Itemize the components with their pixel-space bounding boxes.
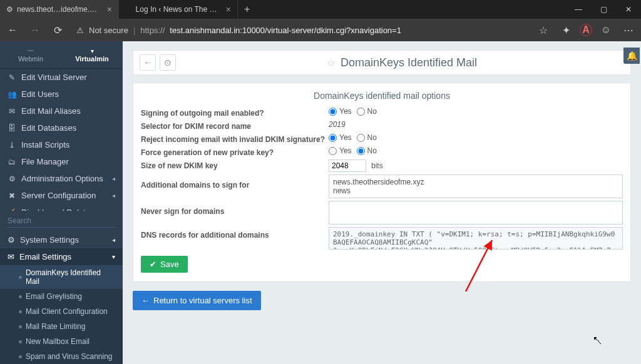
sidebar-subitem[interactable]: Mail Client Configuration [0,304,123,319]
chevron-down-icon: ▾ [112,253,115,260]
radio-no[interactable]: No [357,133,377,142]
label-key-size: Size of new DKIM key [141,159,329,170]
sidebar-subitem-label: Email Greylisting [26,292,82,301]
sidebar-subitem[interactable]: New Mailbox Email [0,334,123,349]
page-title: DomainKeys Identified Mail [341,56,477,69]
label-reject-invalid: Reject incoming email with invalid DKIM … [141,133,329,144]
sidebar-tab-virtualmin[interactable]: ▾ Virtualmin [61,41,123,68]
menu-icon: ✉ [8,107,16,116]
label-never-sign: Never sign for domains [141,201,329,216]
star-icon[interactable]: ☆ [327,57,336,69]
star-icon[interactable]: ☆ [535,21,552,39]
sidebar-subitem[interactable]: Spam and Virus Scanning [0,349,123,364]
menu-icon: ✖ [8,191,16,200]
window-close[interactable]: ✕ [616,0,641,19]
sidebar-search [0,211,123,231]
bullet-icon [19,310,22,313]
cursor-icon: ⭦ [592,334,603,347]
dns-records-box[interactable]: 2019._domainkey IN TXT ( "v=DKIM1; k=rsa… [329,227,623,250]
sidebar-email-settings[interactable]: ✉ Email Settings ▾ [0,248,123,265]
nav-reload[interactable]: ⟳ [49,21,66,39]
sidebar-item[interactable]: 🗄Edit Databases [0,119,123,136]
sidebar-item-label: Edit Mail Aliases [21,106,81,116]
chevron-icon: 〰 [28,48,34,54]
sidebar-item[interactable]: ✎Edit Virtual Server [0,69,123,86]
sidebar-item-label: File Manager [21,157,69,166]
bell-icon[interactable]: 🔔 [623,48,640,64]
close-icon[interactable]: × [107,4,112,14]
gear-icon: ⚙ [8,235,15,245]
label-additional-domains: Additional domains to sign for [141,174,329,190]
window-minimize[interactable]: — [566,0,591,19]
browser-tab[interactable]: ⚙ news.theot…ideofme.xyz - Doma × [0,0,119,19]
sidebar-item[interactable]: 👥Edit Users [0,86,123,103]
sidebar-subitem[interactable]: DomainKeys Identified Mail [0,265,123,289]
return-button[interactable]: ← Return to virtual servers list [133,291,261,310]
label-selector: Selector for DKIM record name [141,120,329,131]
url-scheme: https:// [140,26,165,35]
toolbar-back-button[interactable]: ← [140,54,156,71]
feedback-icon[interactable]: ☺ [597,21,615,39]
profile-icon[interactable]: A [580,24,592,36]
chevron-left-icon: ◂ [112,192,115,199]
chevron-left-icon: ◂ [112,175,115,182]
sidebar-subitem-label: Mail Rate Limiting [26,322,85,331]
address-bar[interactable]: ⚠ Not secure | https://test.anishmandal.… [71,26,530,35]
sidebar-subitem-label: New Mailbox Email [26,337,90,346]
radio-yes[interactable]: Yes [329,107,352,116]
sidebar-item[interactable]: ⚙Administration Options◂ [0,170,123,187]
radio-no[interactable]: No [357,146,377,155]
ext-icon[interactable]: ✦ [557,21,575,39]
chevron-down-icon: ▾ [91,48,94,54]
sidebar-subitem[interactable]: Email Greylisting [0,289,123,304]
sidebar-item[interactable]: 🗂File Manager [0,153,123,170]
key-size-unit: bits [371,161,383,170]
sidebar-item[interactable]: ✉Edit Mail Aliases [0,103,123,119]
menu-icon: 👥 [8,90,16,99]
sidebar-subitem[interactable]: Mail Rate Limiting [0,319,123,334]
never-sign-textarea[interactable] [329,201,623,225]
additional-domains-textarea[interactable]: news.theothersideofme.xyz news [329,174,623,198]
favicon-icon: ⚙ [6,5,13,14]
chevron-left-icon: ◂ [112,209,115,211]
menu-icon: ⚡ [8,208,16,211]
tab-title: Log In ‹ News on The Othet Side [136,5,218,14]
sidebar-subitem-label: DomainKeys Identified Mail [26,268,115,286]
window-maximize[interactable]: ▢ [591,0,616,19]
sidebar-tab-webmin[interactable]: 〰 Webmin [0,41,61,68]
sidebar-item-label: Administration Options [21,174,103,183]
sidebar-system-settings[interactable]: ⚙ System Settings ◂ [0,231,123,248]
browser-tab[interactable]: Log In ‹ News on The Othet Side × [119,0,238,19]
sidebar-item[interactable]: ⤓Install Scripts [0,136,123,153]
key-size-input[interactable] [329,159,366,172]
sidebar: 〰 Webmin ▾ Virtualmin ✎Edit Virtual Serv… [0,41,123,364]
sidebar-item-label: Server Configuration [21,191,96,200]
menu-icon: ⤓ [8,141,16,149]
toolbar-help-button[interactable]: ⊙ [160,54,176,71]
search-input[interactable] [6,215,116,228]
menu-icon: 🗄 [8,124,16,133]
nav-forward[interactable]: → [26,21,44,39]
check-icon: ✔ [150,260,156,269]
sidebar-item-label: Edit Virtual Server [21,73,87,82]
sidebar-item[interactable]: ⚡Disable and Delete◂ [0,204,123,211]
selector-value: 2019 [329,120,346,129]
menu-icon: ✎ [8,73,16,82]
bullet-icon [19,295,22,298]
not-secure-label: Not secure [89,26,128,35]
close-icon[interactable]: × [226,4,231,14]
warning-icon: ⚠ [76,26,84,35]
bullet-icon [19,276,22,279]
nav-back[interactable]: ← [4,21,21,39]
radio-yes[interactable]: Yes [329,133,352,142]
newtab-button[interactable]: + [238,4,256,15]
sidebar-item[interactable]: ✖Server Configuration◂ [0,187,123,204]
more-icon[interactable]: ⋯ [620,21,637,39]
save-button[interactable]: ✔ Save [141,256,188,273]
menu-icon: ⚙ [8,174,16,183]
menu-icon: 🗂 [8,158,16,166]
label-force-new-key: Force generation of new private key? [141,146,329,157]
radio-no[interactable]: No [357,107,377,116]
radio-yes[interactable]: Yes [329,146,352,155]
sidebar-item-label: Edit Databases [21,123,76,133]
